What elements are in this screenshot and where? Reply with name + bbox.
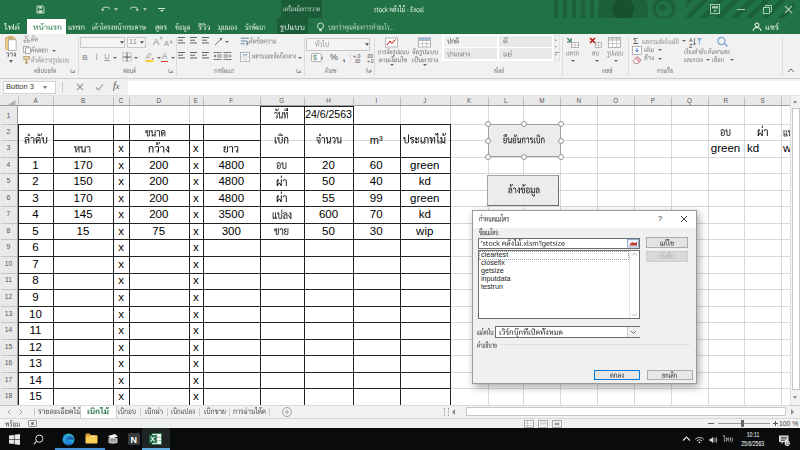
svg-text:+.0: +.0 (367, 59, 374, 63)
svg-text:11: 11 (786, 441, 790, 446)
svg-text:N: N (131, 435, 138, 445)
svg-text:.00: .00 (354, 59, 361, 63)
svg-text:A: A (164, 38, 169, 47)
svg-text:A: A (153, 36, 160, 47)
svg-text:$: $ (313, 54, 317, 61)
